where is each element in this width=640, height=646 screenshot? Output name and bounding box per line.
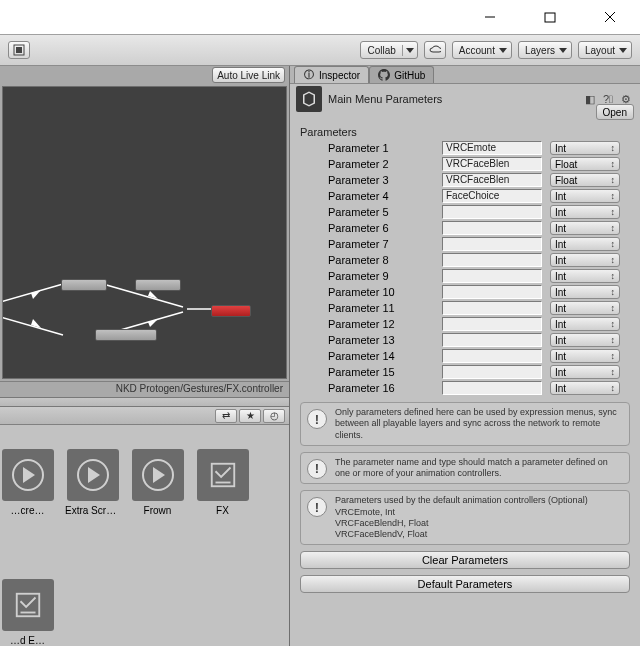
parameter-row: Parameter 1VRCEmoteInt <box>296 140 634 156</box>
parameter-name-input[interactable]: VRCFaceBlen <box>442 173 542 187</box>
parameter-name-input[interactable] <box>442 253 542 267</box>
parameter-row: Parameter 9Int <box>296 268 634 284</box>
parameter-label: Parameter 8 <box>296 254 442 266</box>
asset-thumb <box>2 579 54 631</box>
parameter-type-dropdown[interactable]: Int <box>550 365 620 379</box>
main-toolbar: Collab Account Layers Layout <box>0 34 640 66</box>
project-assets-row: …cre…Extra Scre…FrownFX <box>0 425 289 575</box>
parameter-name-input[interactable] <box>442 333 542 347</box>
asset-label: Extra Scre… <box>65 505 120 516</box>
parameter-name-input[interactable] <box>442 317 542 331</box>
parameter-label: Parameter 6 <box>296 222 442 234</box>
account-dropdown[interactable]: Account <box>452 41 512 59</box>
parameters-section-label: Parameters <box>296 122 634 140</box>
cloud-button[interactable] <box>424 41 446 59</box>
parameter-name-input[interactable] <box>442 365 542 379</box>
parameter-type-dropdown[interactable]: Float <box>550 173 620 187</box>
parameter-type-dropdown[interactable]: Float <box>550 157 620 171</box>
parameter-type-dropdown[interactable]: Int <box>550 189 620 203</box>
parameter-label: Parameter 15 <box>296 366 442 378</box>
parameter-name-input[interactable] <box>442 237 542 251</box>
parameter-name-input[interactable]: VRCEmote <box>442 141 542 155</box>
parameter-name-input[interactable] <box>442 301 542 315</box>
parameter-type-dropdown[interactable]: Int <box>550 349 620 363</box>
asset-thumb <box>197 449 249 501</box>
parameter-type-dropdown[interactable]: Int <box>550 237 620 251</box>
info-box: ! Parameters used by the default animati… <box>300 490 630 545</box>
asset-item[interactable]: FX <box>195 449 250 575</box>
parameter-label: Parameter 11 <box>296 302 442 314</box>
collab-button[interactable]: Collab <box>360 41 417 59</box>
svg-rect-1 <box>545 13 555 22</box>
window-maximize-button[interactable] <box>528 3 572 31</box>
graph-node[interactable] <box>61 279 107 291</box>
layout-dropdown[interactable]: Layout <box>578 41 632 59</box>
default-parameters-button[interactable]: Default Parameters <box>300 575 630 593</box>
asset-label: …cre… <box>0 505 55 516</box>
asset-item[interactable]: …d E… <box>0 579 55 646</box>
parameter-row: Parameter 15Int <box>296 364 634 380</box>
svg-rect-5 <box>16 47 22 53</box>
parameter-row: Parameter 3VRCFaceBlenFloat <box>296 172 634 188</box>
parameter-type-dropdown[interactable]: Int <box>550 253 620 267</box>
project-hidden-button[interactable]: ◴ <box>263 409 285 423</box>
window-minimize-button[interactable] <box>468 3 512 31</box>
graph-node-exit[interactable] <box>211 305 251 317</box>
parameter-name-input[interactable] <box>442 349 542 363</box>
info-icon: ! <box>307 409 327 429</box>
tab-inspector[interactable]: ⓘ Inspector <box>294 66 369 83</box>
graph-node[interactable] <box>135 279 181 291</box>
info-text: Only parameters defined here can be used… <box>335 407 623 441</box>
parameter-type-dropdown[interactable]: Int <box>550 221 620 235</box>
parameter-name-input[interactable] <box>442 269 542 283</box>
parameter-row: Parameter 16Int <box>296 380 634 396</box>
panel-splitter[interactable] <box>0 397 289 407</box>
parameter-type-dropdown[interactable]: Int <box>550 317 620 331</box>
asset-path-label: NKD Protogen/Gestures/FX.controller <box>0 381 289 397</box>
parameter-name-input[interactable] <box>442 205 542 219</box>
parameter-name-input[interactable]: FaceChoice <box>442 189 542 203</box>
asset-label: …d E… <box>0 635 55 646</box>
parameter-type-dropdown[interactable]: Int <box>550 141 620 155</box>
auto-live-link-button[interactable]: Auto Live Link <box>212 67 285 83</box>
inspector-prefab-icon[interactable]: ◧ <box>582 92 598 106</box>
parameter-type-dropdown[interactable]: Int <box>550 205 620 219</box>
parameter-type-dropdown[interactable]: Int <box>550 269 620 283</box>
animator-graph[interactable] <box>2 86 287 379</box>
clear-parameters-button[interactable]: Clear Parameters <box>300 551 630 569</box>
parameter-row: Parameter 8Int <box>296 252 634 268</box>
parameter-row: Parameter 12Int <box>296 316 634 332</box>
parameter-type-dropdown[interactable]: Int <box>550 333 620 347</box>
layers-dropdown[interactable]: Layers <box>518 41 572 59</box>
asset-item[interactable]: Frown <box>130 449 185 575</box>
inspector-header: Main Menu Parameters ◧ ?⃝ ⚙ Open <box>290 84 640 122</box>
project-filter-button[interactable]: ⇄ <box>215 409 237 423</box>
parameter-name-input[interactable]: VRCFaceBlen <box>442 157 542 171</box>
parameter-name-input[interactable] <box>442 285 542 299</box>
asset-label: FX <box>195 505 250 516</box>
asset-thumb <box>132 449 184 501</box>
parameter-row: Parameter 14Int <box>296 348 634 364</box>
parameter-label: Parameter 3 <box>296 174 442 186</box>
toolbar-tool-button[interactable] <box>8 41 30 59</box>
tab-github[interactable]: GitHub <box>369 66 434 83</box>
parameter-row: Parameter 7Int <box>296 236 634 252</box>
graph-node[interactable] <box>95 329 157 341</box>
asset-item[interactable]: …cre… <box>0 449 55 575</box>
parameter-name-input[interactable] <box>442 221 542 235</box>
asset-item[interactable]: Extra Scre… <box>65 449 120 575</box>
parameter-type-dropdown[interactable]: Int <box>550 285 620 299</box>
parameter-type-dropdown[interactable]: Int <box>550 301 620 315</box>
parameter-label: Parameter 14 <box>296 350 442 362</box>
asset-type-icon <box>296 86 322 112</box>
project-star-button[interactable]: ★ <box>239 409 261 423</box>
parameter-name-input[interactable] <box>442 381 542 395</box>
parameter-label: Parameter 4 <box>296 190 442 202</box>
window-close-button[interactable] <box>588 3 632 31</box>
parameter-label: Parameter 5 <box>296 206 442 218</box>
cloud-icon <box>429 45 441 55</box>
project-mini-toolbar: ⇄ ★ ◴ <box>0 407 289 425</box>
parameter-label: Parameter 12 <box>296 318 442 330</box>
parameter-type-dropdown[interactable]: Int <box>550 381 620 395</box>
inspector-open-button[interactable]: Open <box>596 104 634 120</box>
